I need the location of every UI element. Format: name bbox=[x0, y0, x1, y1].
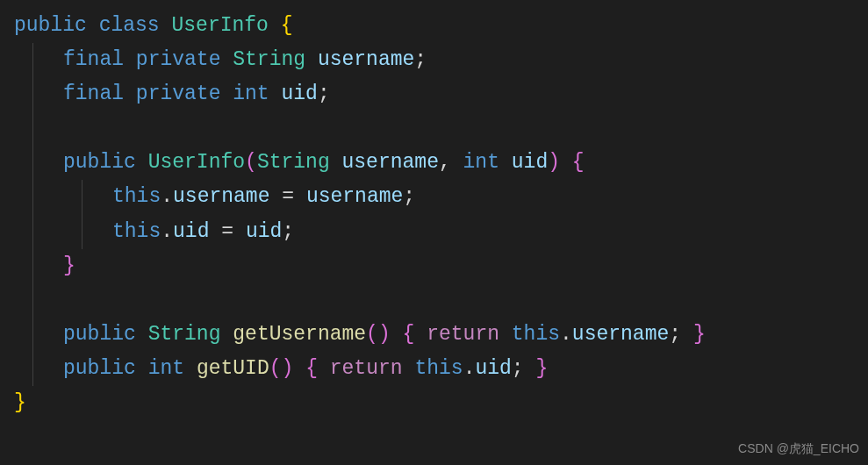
type-string: String bbox=[148, 323, 221, 346]
code-line: } bbox=[14, 249, 854, 283]
brace-open: { bbox=[305, 357, 318, 380]
paren-open: ( bbox=[269, 357, 282, 380]
field-username: username bbox=[173, 185, 269, 208]
var-uid: uid bbox=[246, 220, 282, 243]
brace-open: { bbox=[403, 323, 415, 346]
type-int: int bbox=[148, 357, 184, 380]
keyword-class: class bbox=[99, 14, 160, 37]
semicolon: ; bbox=[512, 357, 524, 380]
watermark-text: CSDN @虎猫_EICHO bbox=[738, 439, 859, 460]
equals: = bbox=[282, 185, 294, 208]
type-string: String bbox=[257, 151, 330, 174]
code-line: this.uid = uid; bbox=[14, 215, 854, 249]
keyword-private: private bbox=[136, 48, 221, 71]
code-line: public class UserInfo { bbox=[14, 9, 854, 43]
keyword-this: this bbox=[512, 323, 560, 346]
keyword-private: private bbox=[136, 82, 221, 105]
blank-line bbox=[14, 111, 854, 146]
field-username: username bbox=[572, 323, 669, 346]
keyword-public: public bbox=[63, 323, 136, 346]
code-line: public int getUID() { return this.uid; } bbox=[14, 352, 854, 386]
code-line: this.username = username; bbox=[14, 180, 854, 214]
brace-open: { bbox=[281, 14, 293, 37]
blank-line bbox=[14, 283, 854, 318]
keyword-return: return bbox=[330, 357, 403, 380]
type-int: int bbox=[233, 82, 269, 105]
type-string: String bbox=[233, 48, 305, 71]
keyword-this: this bbox=[112, 185, 161, 208]
keyword-public: public bbox=[14, 14, 87, 37]
dot: . bbox=[463, 357, 476, 380]
class-name: UserInfo bbox=[171, 14, 268, 37]
param-uid: uid bbox=[512, 151, 548, 174]
code-editor[interactable]: public class UserInfo { final private St… bbox=[14, 9, 854, 420]
field-username: username bbox=[318, 48, 414, 71]
brace-close: } bbox=[14, 391, 26, 414]
keyword-this: this bbox=[112, 220, 161, 243]
paren-close: ) bbox=[378, 323, 391, 346]
semicolon: ; bbox=[282, 220, 294, 243]
field-uid: uid bbox=[282, 82, 318, 105]
brace-close: } bbox=[693, 323, 706, 346]
keyword-public: public bbox=[63, 357, 136, 380]
keyword-final: final bbox=[63, 48, 124, 71]
code-line: public UserInfo(String username, int uid… bbox=[14, 146, 854, 180]
brace-close: } bbox=[63, 254, 75, 277]
semicolon: ; bbox=[403, 185, 415, 208]
field-uid: uid bbox=[475, 357, 511, 380]
var-username: username bbox=[306, 185, 403, 208]
keyword-final: final bbox=[63, 82, 124, 105]
paren-open: ( bbox=[245, 151, 257, 174]
keyword-public: public bbox=[63, 151, 136, 174]
field-uid: uid bbox=[173, 220, 209, 243]
keyword-this: this bbox=[414, 357, 463, 380]
semicolon: ; bbox=[414, 48, 427, 71]
paren-open: ( bbox=[366, 323, 378, 346]
semicolon: ; bbox=[318, 82, 330, 105]
semicolon: ; bbox=[669, 323, 681, 346]
brace-open: { bbox=[572, 151, 585, 174]
type-int: int bbox=[463, 151, 499, 174]
dot: . bbox=[161, 185, 173, 208]
code-line: public String getUsername() { return thi… bbox=[14, 318, 854, 352]
code-line: final private String username; bbox=[14, 43, 854, 77]
method-getUsername: getUsername bbox=[233, 323, 366, 346]
equals: = bbox=[221, 220, 233, 243]
keyword-return: return bbox=[427, 323, 499, 346]
paren-close: ) bbox=[548, 151, 560, 174]
comma: , bbox=[439, 151, 451, 174]
brace-close: } bbox=[535, 357, 548, 380]
constructor-name: UserInfo bbox=[148, 151, 245, 174]
method-getUID: getUID bbox=[197, 357, 269, 380]
dot: . bbox=[161, 220, 173, 243]
dot: . bbox=[560, 323, 572, 346]
code-line: final private int uid; bbox=[14, 77, 854, 111]
paren-close: ) bbox=[282, 357, 294, 380]
param-username: username bbox=[342, 151, 439, 174]
code-line: } bbox=[14, 386, 854, 420]
